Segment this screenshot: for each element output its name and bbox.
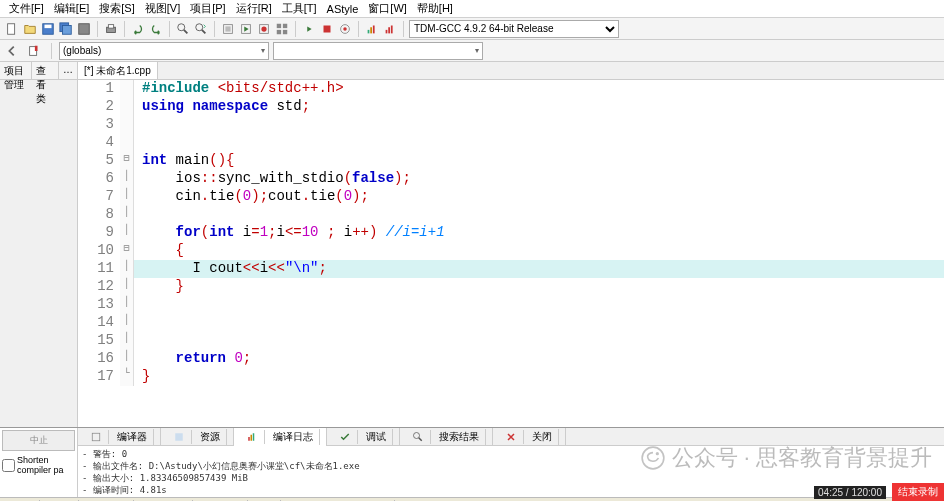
code-line[interactable]: 9│ for(int i=1;i<=10 ; i++) //i=i+1 [78, 224, 944, 242]
code-text[interactable] [134, 314, 142, 332]
abort-button[interactable]: 中止 [2, 430, 75, 451]
fold-gutter[interactable]: │ [120, 170, 134, 188]
fold-gutter[interactable] [120, 98, 134, 116]
code-line[interactable]: 12│ } [78, 278, 944, 296]
menu-item[interactable]: 项目[P] [185, 1, 230, 16]
bottom-tab[interactable]: 编译日志 [234, 428, 327, 446]
file-tab[interactable]: [*] 未命名1.cpp [78, 62, 158, 79]
code-text[interactable]: #include <bits/stdc++.h> [134, 80, 344, 98]
compile-run-icon[interactable] [256, 21, 272, 37]
fold-gutter[interactable]: ⊟ [120, 152, 134, 170]
back-icon[interactable] [4, 43, 20, 59]
code-text[interactable] [134, 206, 142, 224]
code-text[interactable]: return 0; [134, 350, 251, 368]
replace-icon[interactable] [193, 21, 209, 37]
bottom-tab[interactable]: 搜索结果 [400, 428, 493, 446]
code-editor[interactable]: 1#include <bits/stdc++.h>2using namespac… [78, 80, 944, 427]
undo-icon[interactable] [130, 21, 146, 37]
code-text[interactable]: cin.tie(0);cout.tie(0); [134, 188, 369, 206]
find-icon[interactable] [175, 21, 191, 37]
code-line[interactable]: 2using namespace std; [78, 98, 944, 116]
code-line[interactable]: 16│ return 0; [78, 350, 944, 368]
menu-item[interactable]: 文件[F] [4, 1, 49, 16]
sidebar-tab[interactable]: 项目管理 [0, 62, 32, 79]
code-line[interactable]: 5⊟int main(){ [78, 152, 944, 170]
bottom-tab[interactable]: 调试 [327, 428, 400, 446]
code-line[interactable]: 14│ [78, 314, 944, 332]
sidebar-tab[interactable]: … [59, 62, 77, 79]
shorten-checkbox[interactable]: Shorten compiler pa [0, 453, 77, 477]
fold-gutter[interactable]: │ [120, 278, 134, 296]
code-text[interactable]: ios::sync_with_stdio(false); [134, 170, 411, 188]
code-text[interactable]: using namespace std; [134, 98, 310, 116]
bottom-tab[interactable]: 编译器 [78, 428, 161, 446]
code-line[interactable]: 6│ ios::sync_with_stdio(false); [78, 170, 944, 188]
stop-icon[interactable] [319, 21, 335, 37]
code-text[interactable]: { [134, 242, 184, 260]
new-icon[interactable] [4, 21, 20, 37]
redo-icon[interactable] [148, 21, 164, 37]
code-line[interactable]: 13│ [78, 296, 944, 314]
profile2-icon[interactable] [382, 21, 398, 37]
step-icon[interactable] [337, 21, 353, 37]
code-text[interactable]: int main(){ [134, 152, 234, 170]
fold-gutter[interactable] [120, 116, 134, 134]
open-icon[interactable] [22, 21, 38, 37]
code-line[interactable]: 1#include <bits/stdc++.h> [78, 80, 944, 98]
code-text[interactable]: for(int i=1;i<=10 ; i++) //i=i+1 [134, 224, 445, 242]
compiler-select[interactable]: TDM-GCC 4.9.2 64-bit Release [409, 20, 619, 38]
bottom-tab[interactable]: 资源 [161, 428, 234, 446]
run-icon[interactable] [238, 21, 254, 37]
code-line[interactable]: 3 [78, 116, 944, 134]
compile-icon[interactable] [220, 21, 236, 37]
code-text[interactable] [134, 332, 142, 350]
code-line[interactable]: 7│ cin.tie(0);cout.tie(0); [78, 188, 944, 206]
code-line[interactable]: 10⊟ { [78, 242, 944, 260]
menu-item[interactable]: 工具[T] [277, 1, 322, 16]
code-line[interactable]: 17└} [78, 368, 944, 386]
fold-gutter[interactable]: │ [120, 296, 134, 314]
saveall-icon[interactable] [58, 21, 74, 37]
fold-gutter[interactable]: │ [120, 314, 134, 332]
fold-gutter[interactable]: │ [120, 260, 134, 278]
code-line[interactable]: 4 [78, 134, 944, 152]
code-text[interactable]: } [134, 278, 184, 296]
fold-gutter[interactable]: └ [120, 368, 134, 386]
fold-gutter[interactable] [120, 134, 134, 152]
code-line[interactable]: 11│ I cout<<i<<"\n"; [78, 260, 944, 278]
code-text[interactable] [134, 134, 142, 152]
fold-gutter[interactable]: │ [120, 350, 134, 368]
code-text[interactable]: I cout<<i<<"\n"; [134, 260, 327, 278]
print-icon[interactable] [103, 21, 119, 37]
code-text[interactable] [134, 296, 142, 314]
debug-icon[interactable] [301, 21, 317, 37]
sidebar-tab[interactable]: 查看类 [32, 62, 59, 79]
fold-gutter[interactable]: │ [120, 332, 134, 350]
bottom-tab[interactable]: 关闭 [493, 428, 566, 446]
fold-gutter[interactable]: ⊟ [120, 242, 134, 260]
menu-item[interactable]: AStyle [322, 3, 364, 15]
fold-gutter[interactable] [120, 80, 134, 98]
line-number: 15 [78, 332, 120, 350]
saveas-icon[interactable] [76, 21, 92, 37]
code-line[interactable]: 8│ [78, 206, 944, 224]
save-icon[interactable] [40, 21, 56, 37]
bookmark-icon[interactable] [26, 43, 42, 59]
symbol-combo[interactable]: ▾ [273, 42, 483, 60]
menu-item[interactable]: 搜索[S] [94, 1, 139, 16]
stop-record-button[interactable]: 结束录制 [892, 483, 944, 501]
menu-item[interactable]: 窗口[W] [363, 1, 412, 16]
code-text[interactable]: } [134, 368, 150, 386]
menu-item[interactable]: 帮助[H] [412, 1, 458, 16]
menu-item[interactable]: 运行[R] [231, 1, 277, 16]
menu-item[interactable]: 编辑[E] [49, 1, 94, 16]
fold-gutter[interactable]: │ [120, 188, 134, 206]
rebuild-icon[interactable] [274, 21, 290, 37]
menu-item[interactable]: 视图[V] [140, 1, 185, 16]
code-line[interactable]: 15│ [78, 332, 944, 350]
fold-gutter[interactable]: │ [120, 206, 134, 224]
scope-combo[interactable]: (globals)▾ [59, 42, 269, 60]
code-text[interactable] [134, 116, 142, 134]
fold-gutter[interactable]: │ [120, 224, 134, 242]
profile-icon[interactable] [364, 21, 380, 37]
